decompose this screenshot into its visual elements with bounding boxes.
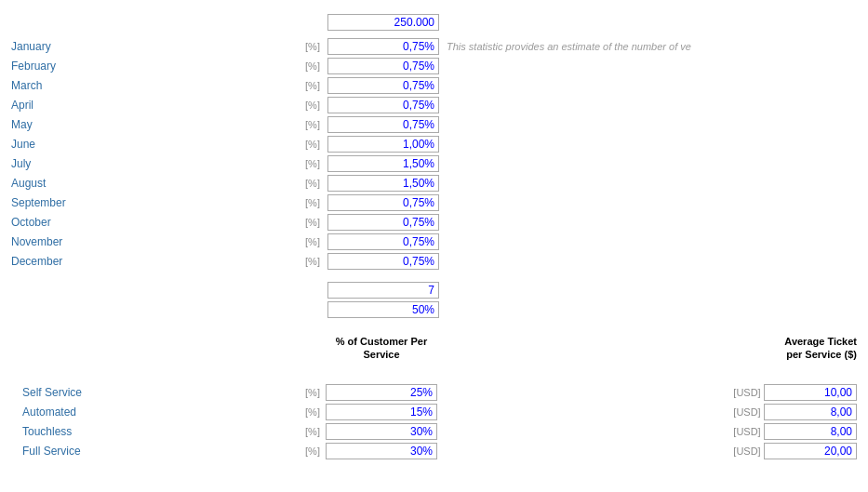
month-input-cell-december: [327, 253, 439, 270]
service-avg-input-cell: [764, 423, 857, 440]
service-row-full-service: Full Service [%] [USD]: [11, 442, 857, 460]
month-unit-december: [%]: [300, 256, 326, 267]
month-input-cell-april: [327, 97, 439, 113]
service-avg-input[interactable]: [764, 423, 857, 440]
service-avg-input[interactable]: [764, 384, 857, 401]
service-label: Touchless: [11, 425, 300, 438]
service-pct-unit: [%]: [300, 406, 326, 418]
month-input-cell-february: [327, 58, 439, 74]
service-pct-input-cell: [326, 404, 437, 420]
service-row-touchless: Touchless [%] [USD]: [11, 422, 857, 441]
month-label-august: August: [11, 177, 300, 190]
month-label-july: July: [11, 157, 300, 170]
month-input-february[interactable]: [327, 58, 439, 74]
month-label-october: October: [11, 216, 300, 229]
month-row-february: February [%]: [11, 57, 857, 75]
month-input-cell-august: [327, 175, 439, 192]
month-input-september[interactable]: [327, 194, 439, 211]
month-unit-september: [%]: [300, 197, 326, 208]
month-unit-november: [%]: [300, 236, 326, 247]
month-unit-october: [%]: [300, 217, 326, 228]
service-pct-input-cell: [326, 423, 437, 440]
service-usd-unit: [USD]: [730, 445, 764, 457]
service-avg-input[interactable]: [764, 443, 857, 459]
service-pct-unit: [%]: [300, 426, 326, 437]
monthly-traffic-row: [11, 13, 857, 32]
month-input-november[interactable]: [327, 233, 439, 250]
service-pct-input[interactable]: [326, 404, 437, 420]
month-label-april: April: [11, 99, 300, 112]
pct-col-header: % of Customer PerService: [326, 335, 437, 362]
month-input-cell-october: [327, 214, 439, 231]
month-input-december[interactable]: [327, 253, 439, 270]
month-label-february: February: [11, 60, 300, 73]
month-row-april: April [%]: [11, 96, 857, 114]
month-row-july: July [%]: [11, 154, 857, 173]
month-label-december: December: [11, 255, 300, 268]
month-label-march: March: [11, 79, 300, 92]
month-input-july[interactable]: [327, 155, 439, 172]
service-row-self-service: Self Service [%] [USD]: [11, 383, 857, 402]
month-input-cell-june: [327, 136, 439, 153]
service-avg-input-cell: [764, 404, 857, 420]
month-unit-march: [%]: [300, 80, 326, 91]
month-input-cell-may: [327, 116, 439, 133]
month-unit-june: [%]: [300, 139, 326, 150]
service-label: Full Service: [11, 445, 300, 458]
service-usd-unit: [USD]: [730, 426, 764, 437]
month-unit-july: [%]: [300, 158, 326, 169]
service-avg-input-cell: [764, 443, 857, 459]
monthly-traffic-input-cell: [327, 14, 439, 31]
month-input-cell-january: [327, 38, 439, 55]
pct-purchasing-input-cell: [327, 301, 439, 318]
month-input-january[interactable]: [327, 38, 439, 55]
service-label: Automated: [11, 406, 300, 419]
month-input-march[interactable]: [327, 77, 439, 94]
service-row-automated: Automated [%] [USD]: [11, 403, 857, 421]
avg-col-header: Average Ticketper Service ($): [764, 335, 857, 362]
pct-purchasing-input[interactable]: [327, 301, 439, 318]
pct-purchasing-row: [11, 300, 857, 319]
service-pct-unit: [%]: [300, 387, 326, 398]
month-label-june: June: [11, 138, 300, 151]
month-input-october[interactable]: [327, 214, 439, 231]
month-input-june[interactable]: [327, 136, 439, 153]
month-unit-may: [%]: [300, 119, 326, 130]
month-unit-january: [%]: [300, 41, 326, 52]
month-row-august: August [%]: [11, 174, 857, 193]
month-label-may: May: [11, 118, 300, 131]
month-unit-february: [%]: [300, 60, 326, 72]
service-avg-input-cell: [764, 384, 857, 401]
days-per-week-input[interactable]: [327, 282, 439, 299]
service-pct-input[interactable]: [326, 443, 437, 459]
month-input-cell-september: [327, 194, 439, 211]
month-rows-container: January [%] This statistic provides an e…: [11, 37, 857, 271]
services-label-row: [11, 364, 857, 382]
service-rows-container: Self Service [%] [USD] Automated [%] [US…: [11, 383, 857, 460]
service-pct-input[interactable]: [326, 384, 437, 401]
days-per-week-input-cell: [327, 282, 439, 299]
month-input-may[interactable]: [327, 116, 439, 133]
service-avg-input[interactable]: [764, 404, 857, 420]
month-input-cell-november: [327, 233, 439, 250]
month-input-august[interactable]: [327, 175, 439, 192]
service-pct-input[interactable]: [326, 423, 437, 440]
spacer1: [11, 272, 857, 281]
month-row-december: December [%]: [11, 252, 857, 271]
month-row-january: January [%] This statistic provides an e…: [11, 37, 857, 56]
service-label: Self Service: [11, 386, 300, 399]
monthly-traffic-input[interactable]: [327, 14, 439, 31]
month-label-september: September: [11, 196, 300, 209]
unit-prices-col-headers: % of Customer PerService Average Ticketp…: [11, 335, 857, 362]
service-pct-input-cell: [326, 384, 437, 401]
spacer2: [11, 320, 857, 329]
service-pct-input-cell: [326, 443, 437, 459]
month-input-cell-march: [327, 77, 439, 94]
month-row-october: October [%]: [11, 213, 857, 232]
month-input-april[interactable]: [327, 97, 439, 113]
service-usd-unit: [USD]: [730, 387, 764, 398]
month-row-march: March [%]: [11, 76, 857, 95]
service-usd-unit: [USD]: [730, 406, 764, 418]
month-unit-april: [%]: [300, 100, 326, 111]
month-label-november: November: [11, 235, 300, 248]
